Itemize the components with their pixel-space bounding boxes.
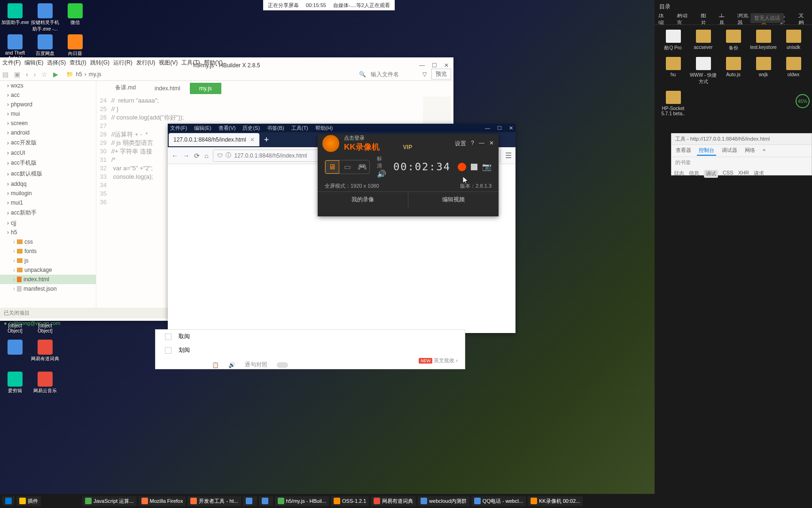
browser-tab[interactable]: 127.0.0.1:8848/h5/index.html ✕ (169, 133, 259, 146)
checkbox[interactable] (165, 347, 172, 354)
taskbar-item[interactable]: 网易有道词典 (371, 496, 416, 506)
file-icon[interactable]: test.keystore (750, 30, 777, 51)
tree-item[interactable]: › manifest.json (0, 284, 96, 294)
play-icon[interactable]: ▶ (53, 71, 58, 78)
tab-beike[interactable]: 备课.md (106, 81, 145, 94)
dt-tab-debugger[interactable]: 调试器 (720, 146, 739, 156)
dict-item[interactable]: 划阅 (179, 346, 190, 354)
desktop-icon[interactable]: 加固助手.exe (1, 3, 29, 32)
desktop-icon[interactable]: and Theft Auto V (1, 34, 29, 61)
filename-input[interactable] (371, 71, 418, 78)
tree-item[interactable]: › android (0, 128, 96, 137)
tree-item[interactable]: › wxzs (0, 81, 96, 90)
mode-game-icon[interactable]: 🎮 (355, 160, 369, 174)
tab-myjs[interactable]: my.js (190, 83, 221, 94)
dt-tab-console[interactable]: 控制台 (697, 146, 716, 156)
tree-item[interactable]: › acc默认模版 (0, 168, 96, 179)
tree-item[interactable]: › acc开发版 (0, 137, 96, 148)
category-tab[interactable]: 工具 (719, 14, 729, 25)
desktop-icon[interactable]: 爱剪辑 (1, 372, 29, 394)
desktop-icon[interactable]: 百度网盘 (31, 34, 59, 61)
hamburger-menu-icon[interactable]: ☰ (505, 151, 512, 160)
filter-log[interactable]: 日志 (674, 170, 684, 178)
menu-edit[interactable]: 编辑(E) (24, 59, 43, 67)
terminal-icon[interactable]: ▣ (14, 71, 20, 78)
taskbar-item[interactable]: h5/my.js - HBuil... (275, 496, 329, 506)
speaker-icon[interactable]: 🔊 (377, 169, 386, 178)
taskbar-item[interactable] (243, 496, 257, 506)
taskbar-item[interactable]: JavaScript 运算... (82, 496, 137, 506)
project-tree[interactable]: › wxzs› acc› phpword› mui› screen› andro… (0, 81, 96, 308)
sidebar-toggle-icon[interactable]: ▤ (2, 71, 8, 78)
filter-icon[interactable]: ▽ (422, 71, 427, 78)
tree-item[interactable]: › mui1 (0, 198, 96, 207)
copy-icon[interactable]: 📋 (212, 362, 219, 368)
home-button[interactable]: ⌂ (204, 152, 208, 159)
new-tab-button[interactable]: + (264, 135, 269, 145)
category-tab[interactable]: 文档 (798, 14, 808, 25)
mode-screen-icon[interactable]: 🖥 (325, 160, 339, 174)
record-button[interactable] (458, 163, 466, 171)
file-icon[interactable]: accsever (689, 30, 717, 51)
tree-item[interactable]: › acc手机版 (0, 158, 96, 168)
forward-button[interactable]: › (34, 71, 36, 78)
desktop-icon[interactable]: [object Object] (31, 323, 59, 333)
file-icon[interactable]: 酷Q Pro (659, 30, 687, 51)
maximize-button[interactable]: ☐ (497, 125, 502, 131)
minimize-button[interactable]: — (485, 125, 490, 131)
edit-video-button[interactable]: 编辑视频 (408, 192, 499, 207)
file-icon[interactable]: 备份 (719, 30, 747, 51)
taskbar-item[interactable] (259, 496, 273, 506)
file-icon[interactable]: hu (659, 57, 687, 85)
back-button[interactable]: ‹ (26, 71, 28, 78)
tree-item[interactable]: › addqq (0, 179, 96, 189)
desktop-icon[interactable]: 微信 (61, 3, 89, 32)
start-button[interactable] (2, 496, 15, 506)
login-button[interactable]: 点击登录 (344, 135, 450, 142)
checkbox[interactable] (165, 333, 172, 340)
file-icon[interactable]: Auto.js (719, 57, 747, 85)
help-icon[interactable]: ? (471, 140, 474, 148)
back-button[interactable]: ← (172, 152, 178, 159)
menu-publish[interactable]: 发行(U) (136, 59, 156, 67)
category-tab[interactable]: 易语言 (677, 14, 692, 25)
menu-select[interactable]: 选择(S) (47, 59, 66, 67)
tree-item[interactable]: › css (0, 237, 96, 246)
taskbar-item[interactable]: 开发者工具 - ht... (187, 496, 241, 506)
ff-menu-help[interactable]: 帮助(H) (315, 125, 333, 132)
taskbar-item[interactable]: 插件 (16, 496, 41, 506)
tree-item[interactable]: › muilogin (0, 189, 96, 198)
desktop-icon[interactable]: 按键精灵手机助手.exe -... (31, 3, 59, 32)
desktop-icon[interactable]: [object Object] (1, 323, 29, 333)
desktop-icon[interactable]: 网易有道词典 (31, 340, 59, 362)
category-tab[interactable]: 压缩 (658, 14, 668, 25)
sound-icon[interactable]: 🔊 (228, 362, 235, 368)
tab-index[interactable]: index.html (145, 83, 190, 94)
taskbar-item[interactable]: QQ电话 - webcl... (471, 496, 526, 506)
tree-item[interactable]: › js (0, 256, 96, 265)
filter-css[interactable]: CSS (723, 170, 734, 178)
ff-menu-file[interactable]: 文件(F) (170, 125, 187, 132)
taskbar-item[interactable]: webcloud内测群 (418, 496, 469, 506)
menu-file[interactable]: 文件(F) (2, 59, 21, 67)
forward-button[interactable]: → (183, 152, 189, 159)
file-icon[interactable]: WWW - 快捷方式 (689, 57, 717, 85)
vip-label[interactable]: VIP (403, 144, 412, 151)
ff-menu-tools[interactable]: 工具(T) (291, 125, 308, 132)
file-icon[interactable]: oldwx (780, 57, 807, 85)
tree-item[interactable]: › h5 (0, 228, 96, 237)
stop-button[interactable] (471, 164, 477, 170)
tree-item[interactable]: › acc (0, 90, 96, 100)
camera-icon[interactable]: 📷 (482, 162, 492, 171)
tree-item[interactable]: › screen (0, 119, 96, 128)
file-icon[interactable]: wxjk (750, 57, 777, 85)
ff-menu-bookmark[interactable]: 书签(B) (267, 125, 284, 132)
search-icon[interactable]: 🔍 (359, 71, 366, 78)
menu-view[interactable]: 视图(V) (159, 59, 178, 67)
new-feature[interactable]: NEW 英文批改 › (419, 357, 458, 364)
taskbar-item[interactable]: KK录像机 00:02... (528, 496, 583, 506)
tab-close-icon[interactable]: ✕ (250, 136, 255, 143)
ff-menu-history[interactable]: 历史(S) (242, 125, 260, 132)
tree-item[interactable]: › cjj (0, 218, 96, 228)
filter-xhr[interactable]: XHR (738, 170, 749, 178)
